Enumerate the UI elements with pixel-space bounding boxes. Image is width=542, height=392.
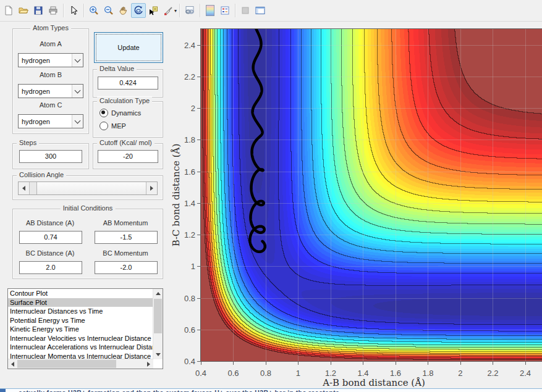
toolbar-separator: [235, 4, 235, 17]
tick-mark: [233, 362, 234, 365]
atom-b-value: hydrogen: [19, 88, 72, 95]
scroll-left-icon[interactable]: [8, 359, 17, 369]
data-cursor-button[interactable]: [146, 3, 161, 18]
ab-distance-field[interactable]: 0.74: [19, 231, 82, 244]
plot-type-listbox[interactable]: Contour PlotSurface PlotInternuclear Dis…: [7, 288, 163, 369]
initial-conditions-title: Initial Conditions: [61, 204, 116, 212]
list-item[interactable]: Internuclear Accelerations vs Internucle…: [8, 343, 153, 352]
slider-right-arrow-icon[interactable]: [146, 182, 157, 194]
zoom-in-button[interactable]: [87, 3, 101, 18]
atom-c-value: hydrogen: [19, 118, 72, 125]
toolbar-separator: [83, 4, 84, 17]
tick-label: 0.8: [171, 293, 195, 302]
tick-label: 1.4: [357, 369, 368, 378]
list-item[interactable]: Kinetic Energy vs Time: [8, 325, 153, 334]
zoom-out-icon: [104, 6, 114, 15]
bc-distance-field[interactable]: 2.0: [19, 261, 82, 274]
tick-mark: [331, 362, 331, 365]
atom-types-title: Atom Types: [30, 24, 71, 31]
tick-label: 2.2: [171, 72, 195, 81]
hide-plot-tools-icon: [240, 6, 250, 15]
list-item[interactable]: Internuclear Distances vs Time: [8, 307, 153, 316]
list-item[interactable]: Potential Energy vs Time: [8, 316, 153, 325]
tick-label: 2: [458, 369, 462, 378]
edit-plot-button[interactable]: [66, 3, 81, 18]
steps-title: Steps: [17, 139, 39, 146]
rotate-3d-icon: [133, 6, 143, 15]
atom-a-dropdown[interactable]: hydrogen: [18, 53, 83, 67]
slider-track[interactable]: [30, 182, 146, 194]
tick-mark: [197, 235, 200, 235]
brush-icon: [163, 6, 173, 15]
pan-hand-icon: [119, 6, 129, 15]
dynamics-radio[interactable]: Dynamics: [100, 109, 141, 117]
brush-dropdown-caret[interactable]: ▾: [174, 8, 177, 14]
steps-field[interactable]: 300: [19, 150, 82, 163]
mep-radio-label: MEP: [111, 122, 126, 130]
toolbar-separator: [200, 4, 200, 17]
list-item[interactable]: Contour Plot: [8, 289, 153, 298]
tick-mark: [460, 362, 461, 365]
toolbar-separator: [179, 4, 180, 17]
slider-thumb[interactable]: [30, 182, 37, 194]
brush-data-button[interactable]: [161, 3, 176, 18]
x-axis-label: A-B bond distance (Å): [323, 377, 425, 388]
tick-label: 0.4: [195, 369, 206, 378]
zoom-in-icon: [89, 6, 99, 15]
list-item[interactable]: Internuclear Velocities vs Internuclear …: [8, 334, 153, 343]
tick-label: 1.8: [422, 369, 433, 378]
bc-momentum-field[interactable]: -2.0: [95, 261, 158, 274]
atom-a-label: Atom A: [40, 40, 61, 48]
scroll-down-icon[interactable]: [153, 350, 163, 359]
listbox-horizontal-scrollbar[interactable]: [8, 359, 153, 369]
new-figure-button[interactable]: [1, 3, 16, 18]
tick-label: 1: [296, 369, 300, 378]
ab-momentum-label: AB Momentum: [103, 219, 148, 227]
hscroll-thumb[interactable]: [17, 360, 116, 368]
rotate-3d-button[interactable]: [131, 3, 146, 18]
ab-momentum-field[interactable]: -1.5: [95, 231, 158, 244]
link-plots-button[interactable]: [182, 3, 197, 18]
collision-angle-slider[interactable]: [18, 181, 158, 195]
plot-type-list: Contour PlotSurface PlotInternuclear Dis…: [8, 289, 153, 359]
pes-contour-plot[interactable]: [200, 28, 542, 362]
delta-value-title: Delta Value: [97, 65, 137, 72]
insert-colorbar-button[interactable]: [203, 3, 218, 18]
save-figure-button[interactable]: [31, 3, 46, 18]
delta-value-group: Delta Value 0.424: [93, 69, 163, 98]
y-axis-label: B-C bond distance (Å): [171, 144, 182, 247]
insert-legend-button[interactable]: [218, 3, 232, 18]
toolbar-separator: [63, 4, 64, 17]
mep-radio[interactable]: MEP: [100, 122, 126, 130]
tick-mark: [197, 298, 200, 299]
list-item[interactable]: Surface Plot: [8, 298, 153, 307]
tick-mark: [197, 77, 200, 77]
pan-button[interactable]: [116, 3, 131, 18]
slider-left-arrow-icon[interactable]: [19, 182, 30, 194]
open-file-button[interactable]: [16, 3, 31, 18]
scroll-right-icon[interactable]: [144, 359, 153, 369]
figure-toolbar: ▾: [0, 0, 542, 22]
radio-icon: [100, 122, 108, 130]
scroll-up-icon[interactable]: [153, 289, 163, 298]
contour-canvas[interactable]: [201, 29, 542, 361]
zoom-out-button[interactable]: [101, 3, 116, 18]
cutoff-field[interactable]: -20: [98, 150, 158, 163]
atom-a-value: hydrogen: [19, 57, 72, 64]
delta-value-field[interactable]: 0.424: [98, 77, 158, 90]
update-button[interactable]: Update: [94, 32, 163, 63]
print-figure-button[interactable]: [46, 3, 61, 18]
tick-label: 1.6: [390, 369, 401, 378]
atom-b-dropdown[interactable]: hydrogen: [18, 84, 83, 98]
tick-mark: [298, 362, 299, 365]
atom-c-dropdown[interactable]: hydrogen: [18, 114, 83, 128]
tick-mark: [197, 330, 200, 330]
tick-mark: [197, 203, 200, 204]
hide-plot-tools-button[interactable]: [238, 3, 253, 18]
vscroll-thumb[interactable]: [154, 299, 162, 333]
new-document-icon: [4, 6, 14, 15]
show-plot-tools-button[interactable]: [253, 3, 268, 18]
colorbar-icon: [206, 5, 214, 16]
listbox-vertical-scrollbar[interactable]: [153, 289, 163, 359]
dynamics-radio-label: Dynamics: [111, 109, 141, 117]
